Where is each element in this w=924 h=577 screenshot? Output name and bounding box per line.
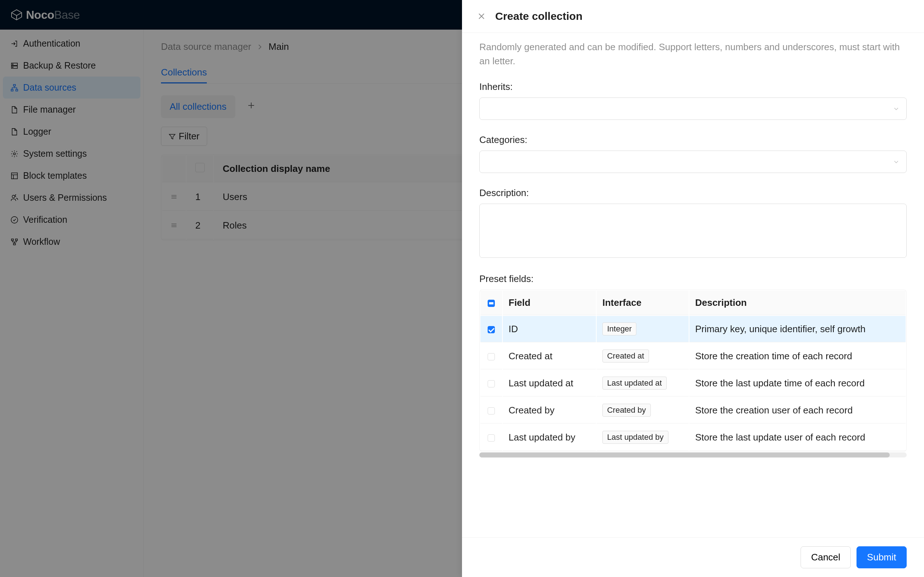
categories-label: Categories: xyxy=(479,134,907,145)
preset-row: Created atCreated atStore the creation t… xyxy=(480,343,906,369)
preset-description: Primary key, unique identifier, self gro… xyxy=(689,316,906,342)
preset-description: Store the creation user of each record xyxy=(689,397,906,424)
categories-select[interactable] xyxy=(479,151,907,173)
help-text: Randomly generated and can be modified. … xyxy=(479,40,907,68)
preset-field: Created at xyxy=(503,343,596,369)
preset-row-checkbox[interactable] xyxy=(488,326,495,333)
preset-interface: Last updated by xyxy=(597,424,689,451)
preset-interface: Integer xyxy=(597,316,689,342)
drawer-header: Create collection xyxy=(462,0,924,33)
preset-description: Store the creation time of each record xyxy=(689,343,906,369)
chevron-down-icon xyxy=(893,159,899,164)
preset-col-field: Field xyxy=(503,291,596,315)
inherits-label: Inherits: xyxy=(479,81,907,92)
preset-interface: Created by xyxy=(597,397,689,424)
description-textarea[interactable] xyxy=(479,204,907,258)
preset-col-description: Description xyxy=(689,291,906,315)
close-icon[interactable] xyxy=(476,11,487,21)
create-collection-drawer: Create collection Randomly generated and… xyxy=(462,0,924,577)
preset-interface: Last updated at xyxy=(597,370,689,396)
preset-col-check xyxy=(480,291,502,315)
preset-row-checkbox[interactable] xyxy=(488,380,495,387)
preset-col-interface: Interface xyxy=(597,291,689,315)
preset-row: Last updated byLast updated byStore the … xyxy=(480,424,906,451)
preset-row-checkbox[interactable] xyxy=(488,407,495,414)
preset-row-checkbox[interactable] xyxy=(488,434,495,442)
preset-interface: Created at xyxy=(597,343,689,369)
preset-description: Store the last update time of each recor… xyxy=(689,370,906,396)
drawer-title: Create collection xyxy=(495,10,583,23)
preset-fields-label: Preset fields: xyxy=(479,273,907,285)
inherits-select[interactable] xyxy=(479,97,907,120)
drawer-body: Randomly generated and can be modified. … xyxy=(462,33,924,537)
preset-field: Last updated at xyxy=(503,370,596,396)
preset-row: IDIntegerPrimary key, unique identifier,… xyxy=(480,316,906,342)
horizontal-scrollbar[interactable] xyxy=(479,453,907,458)
preset-description: Store the last update user of each recor… xyxy=(689,424,906,451)
submit-button[interactable]: Submit xyxy=(857,546,907,568)
preset-field: Created by xyxy=(503,397,596,424)
preset-row: Created byCreated byStore the creation u… xyxy=(480,397,906,424)
preset-fields-table: Field Interface Description IDIntegerPri… xyxy=(479,290,907,452)
cancel-button[interactable]: Cancel xyxy=(800,546,851,568)
preset-field: ID xyxy=(503,316,596,342)
description-label: Description: xyxy=(479,187,907,198)
chevron-down-icon xyxy=(893,106,899,111)
preset-select-all-checkbox[interactable] xyxy=(488,300,495,307)
preset-row-checkbox[interactable] xyxy=(488,353,495,360)
preset-field: Last updated by xyxy=(503,424,596,451)
preset-row: Last updated atLast updated atStore the … xyxy=(480,370,906,396)
drawer-footer: Cancel Submit xyxy=(462,537,924,577)
